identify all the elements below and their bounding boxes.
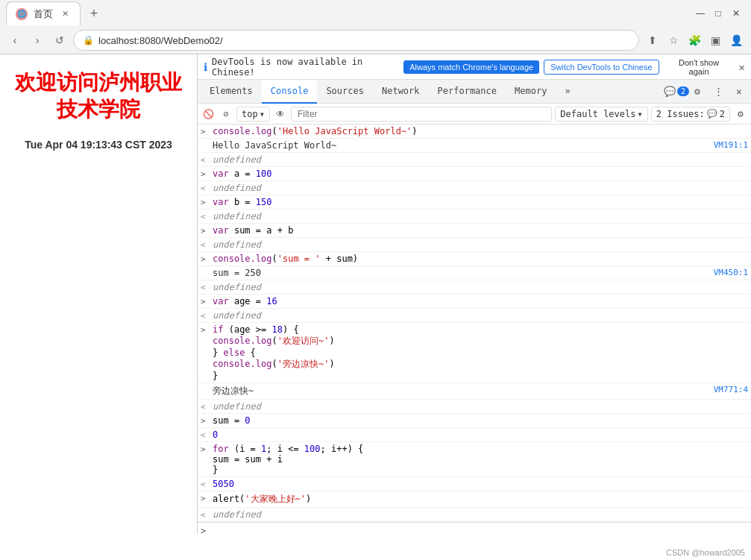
- tab-performance[interactable]: Performance: [429, 80, 506, 104]
- tab-memory[interactable]: Memory: [506, 80, 556, 104]
- block-line-content: } else {: [213, 347, 256, 358]
- console-line: <0: [198, 428, 751, 442]
- issues-text: 2 Issues:: [656, 109, 705, 119]
- filter-input[interactable]: [291, 107, 552, 122]
- chat-icon-symbol: 💬: [664, 86, 676, 97]
- line-text: 5050: [213, 479, 748, 489]
- tab-network[interactable]: Network: [373, 80, 429, 104]
- reload-button[interactable]: ↺: [51, 31, 69, 49]
- filter-icon[interactable]: ⊘: [219, 107, 233, 122]
- maximize-button[interactable]: □: [709, 4, 727, 22]
- notification-close-icon[interactable]: ✕: [739, 61, 745, 73]
- line-text: Hello JavaScript World~: [213, 140, 714, 151]
- console-line: <undefined: [198, 238, 751, 252]
- tab-network-label: Network: [382, 86, 420, 96]
- toolbar-gear-icon[interactable]: ⚙: [733, 107, 748, 122]
- console-line: 旁边凉快~VM771:4: [198, 383, 751, 400]
- console-line: >var b = 150: [198, 195, 751, 210]
- profile-icon[interactable]: 👤: [727, 31, 745, 49]
- tab-title: 首页: [34, 7, 53, 21]
- console-line: <undefined: [198, 508, 751, 522]
- back-button[interactable]: ‹: [6, 31, 24, 49]
- main-content: 欢迎访问泸州职业技术学院 Tue Apr 04 19:13:43 CST 202…: [0, 54, 751, 534]
- chat-badge: 2: [677, 86, 689, 96]
- tab-more[interactable]: »: [556, 80, 579, 104]
- url-bar[interactable]: 🔒 localhost:8080/WebDemo02/: [73, 30, 639, 51]
- line-text: undefined: [213, 154, 748, 165]
- more-options-icon[interactable]: ⋮: [709, 83, 727, 101]
- close-devtools-icon[interactable]: ✕: [730, 83, 748, 101]
- context-label: top: [242, 109, 258, 119]
- match-language-button[interactable]: Always match Chrome's language: [403, 60, 539, 74]
- prompt-arrow: >: [201, 526, 206, 534]
- console-line: <undefined: [198, 153, 751, 167]
- tab-close-button[interactable]: ✕: [59, 8, 71, 20]
- block-line-content: sum = sum + i: [213, 454, 283, 465]
- dismiss-button[interactable]: Don't show again: [664, 56, 735, 78]
- default-levels-selector[interactable]: Default levels ▾: [555, 107, 647, 122]
- chat-icon[interactable]: 💬 2: [667, 83, 685, 101]
- console-line: >var a = 100: [198, 167, 751, 181]
- line-text: undefined: [213, 183, 748, 193]
- console-line: >var sum = a + b: [198, 224, 751, 238]
- console-cursor-line[interactable]: >: [198, 522, 751, 534]
- lock-icon: 🔒: [83, 35, 94, 45]
- source-link[interactable]: VM771:4: [714, 385, 748, 394]
- issues-count: 2: [720, 109, 725, 119]
- forward-button[interactable]: ›: [28, 31, 46, 49]
- console-line: Hello JavaScript World~VM191:1: [198, 139, 751, 153]
- line-text: sum = 0: [213, 415, 748, 426]
- minimize-button[interactable]: —: [691, 4, 709, 22]
- default-levels-label: Default levels: [560, 109, 635, 119]
- active-tab[interactable]: 🌐 首页 ✕: [6, 1, 81, 25]
- console-line: >console.log('Hello JavaScript World~'): [198, 125, 751, 139]
- tab-bar: 🌐 首页 ✕ + — □ ✕: [0, 0, 751, 27]
- console-line: <undefined: [198, 181, 751, 195]
- page-heading: 欢迎访问泸州职业技术学院: [11, 69, 186, 124]
- console-output[interactable]: >console.log('Hello JavaScript World~') …: [198, 125, 751, 534]
- notification-text: DevTools is now available in Chinese!: [212, 57, 399, 78]
- tab-console[interactable]: Console: [262, 80, 318, 104]
- context-selector[interactable]: top ▾: [236, 107, 270, 122]
- devtools-tabs: Elements Console Sources Network Perform…: [198, 80, 751, 104]
- line-text: undefined: [213, 310, 748, 321]
- issues-icon: 💬: [707, 109, 717, 119]
- line-text: var sum = a + b: [213, 225, 748, 236]
- clear-console-icon[interactable]: 🚫: [201, 107, 216, 122]
- line-text: 旁边凉快~: [213, 385, 714, 397]
- tab-memory-label: Memory: [515, 86, 547, 96]
- default-levels-arrow: ▾: [638, 109, 643, 119]
- block-line-content: console.log('欢迎访问~'): [213, 335, 335, 347]
- line-text: var a = 100: [213, 169, 748, 179]
- source-link[interactable]: VM450:1: [714, 268, 748, 277]
- tab-sources[interactable]: Sources: [317, 80, 373, 104]
- settings-icon[interactable]: ⚙: [688, 83, 706, 101]
- info-icon: ℹ: [204, 61, 207, 73]
- line-text: 0: [213, 430, 748, 440]
- watermark: CSDN @howard2005: [666, 548, 745, 557]
- block-line-content: for (i = 1; i <= 100; i++) {: [213, 444, 363, 454]
- block-line-content: }: [213, 465, 218, 475]
- line-text: undefined: [213, 211, 748, 221]
- tab-elements[interactable]: Elements: [201, 80, 262, 104]
- line-text: alert('大家晚上好~'): [213, 493, 748, 506]
- devtools-toolbar: 🚫 ⊘ top ▾ 👁 Default levels ▾ 2 Issues: 💬…: [198, 104, 751, 125]
- switch-language-button[interactable]: Switch DevTools to Chinese: [544, 60, 659, 75]
- console-line: <undefined: [198, 400, 751, 414]
- sidebar-icon[interactable]: ▣: [706, 31, 724, 49]
- issues-badge[interactable]: 2 Issues: 💬 2: [651, 107, 730, 122]
- line-text: undefined: [213, 239, 748, 250]
- console-block-line: >for (i = 1; i <= 100; i++) { sum = sum …: [198, 442, 751, 477]
- bookmark-icon[interactable]: ☆: [664, 31, 682, 49]
- line-text: sum = 250: [213, 268, 714, 278]
- eye-icon[interactable]: 👁: [273, 107, 288, 122]
- share-icon[interactable]: ⬆: [644, 31, 662, 49]
- extensions-icon[interactable]: 🧩: [685, 31, 703, 49]
- toolbar-icons: ⬆ ☆ 🧩 ▣ 👤: [644, 31, 745, 49]
- close-button[interactable]: ✕: [727, 4, 745, 22]
- new-tab-button[interactable]: +: [84, 3, 104, 24]
- console-line: <undefined: [198, 280, 751, 295]
- source-link[interactable]: VM191:1: [714, 140, 748, 150]
- block-line-content: }: [213, 371, 218, 381]
- block-line-content: if (age >= 18) {: [213, 324, 299, 335]
